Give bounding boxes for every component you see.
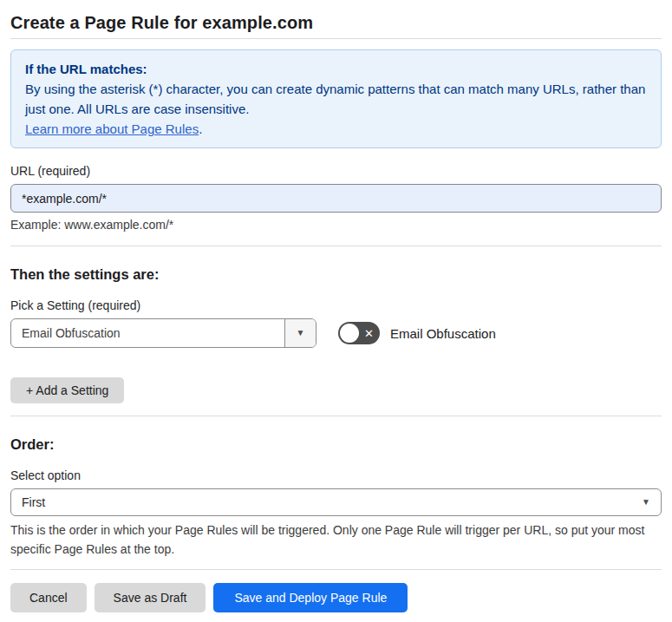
section-divider [10,246,662,246]
url-example-helper: Example: www.example.com/* [10,217,662,233]
page-title: Create a Page Rule for example.com [10,10,662,35]
save-draft-button[interactable]: Save as Draft [95,583,206,612]
section-divider [10,416,662,416]
url-match-info-box: If the URL matches: By using the asteris… [10,49,662,148]
info-box-heading: If the URL matches: [25,59,647,79]
setting-row: Email Obfuscation ▼ ✕ Email Obfuscation [10,318,662,348]
info-box-body: By using the asterisk (*) character, you… [25,79,647,119]
order-select[interactable]: First ▼ [10,488,662,516]
order-select-value: First [22,495,45,509]
pick-setting-label: Pick a Setting (required) [10,298,662,313]
add-setting-button[interactable]: + Add a Setting [10,377,124,403]
email-obfuscation-toggle[interactable]: ✕ [338,322,380,344]
url-label: URL (required) [10,164,662,179]
url-input[interactable] [10,184,662,213]
info-link-line: Learn more about Page Rules. [25,119,647,139]
cancel-button[interactable]: Cancel [10,583,87,612]
order-helper-text: This is the order in which your Page Rul… [10,521,652,559]
setting-dropdown-value: Email Obfuscation [11,319,284,347]
toggle-wrap: ✕ Email Obfuscation [338,322,496,344]
link-suffix: . [199,121,202,136]
chevron-down-icon: ▼ [297,329,305,337]
toggle-label: Email Obfuscation [390,326,496,341]
select-option-label: Select option [10,468,662,483]
create-page-rule-form: Create a Page Rule for example.com If th… [0,0,672,622]
footer-actions: Cancel Save as Draft Save and Deploy Pag… [10,583,662,612]
footer-divider [10,569,662,570]
order-heading: Order: [10,435,662,453]
settings-heading: Then the settings are: [10,265,662,283]
setting-dropdown[interactable]: Email Obfuscation ▼ [10,318,316,348]
setting-dropdown-arrow-button[interactable]: ▼ [284,319,316,347]
toggle-off-x-icon: ✕ [364,328,374,339]
title-divider [10,38,662,39]
save-deploy-button[interactable]: Save and Deploy Page Rule [213,583,408,612]
toggle-knob [340,324,359,343]
learn-more-link[interactable]: Learn more about Page Rules [25,121,199,136]
chevron-down-icon: ▼ [642,498,650,507]
